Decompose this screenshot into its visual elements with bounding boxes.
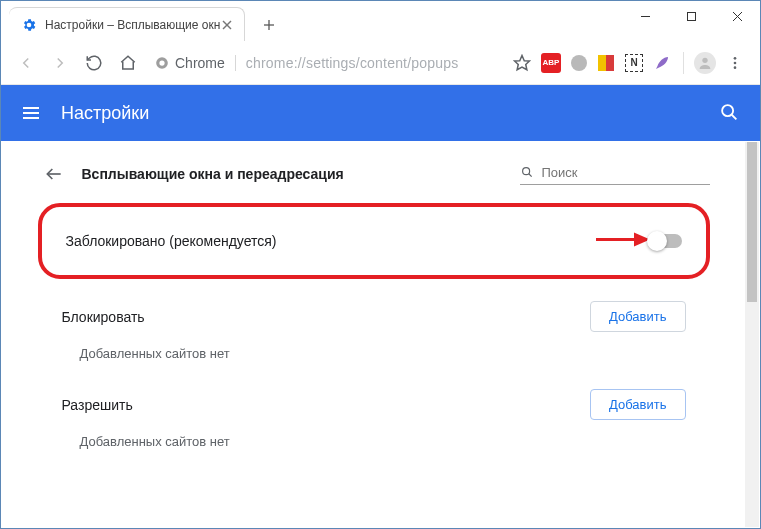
svg-point-9 (159, 60, 164, 65)
search-input[interactable] (542, 165, 710, 180)
allow-label: Разрешить (62, 397, 133, 413)
svg-line-19 (732, 115, 737, 120)
block-section: Блокировать Добавить Добавленных сайтов … (38, 297, 710, 385)
window-close-button[interactable] (714, 1, 760, 31)
profile-avatar[interactable] (694, 52, 716, 74)
maximize-button[interactable] (668, 1, 714, 31)
allow-section: Разрешить Добавить Добавленных сайтов не… (38, 385, 710, 473)
home-button[interactable] (113, 48, 143, 78)
search-icon (520, 164, 534, 180)
panel-title: Всплывающие окна и переадресация (82, 166, 502, 182)
highlight-annotation: Заблокировано (рекомендуется) (38, 203, 710, 279)
panel-header: Всплывающие окна и переадресация (38, 162, 710, 185)
window-titlebar: Настройки – Всплывающие окн (1, 1, 760, 41)
yandex-extension-icon[interactable] (597, 54, 615, 72)
svg-point-18 (722, 105, 733, 116)
svg-point-13 (734, 61, 737, 64)
browser-tab[interactable]: Настройки – Всплывающие окн (9, 7, 245, 41)
arrow-annotation (594, 229, 650, 254)
svg-point-11 (702, 57, 707, 62)
content-area: Всплывающие окна и переадресация Заблоки… (2, 142, 745, 527)
block-empty-text: Добавленных сайтов нет (62, 346, 686, 361)
block-label: Блокировать (62, 309, 145, 325)
settings-header: Настройки (1, 85, 760, 141)
address-bar[interactable]: Chrome chrome://settings/content/popups (147, 48, 503, 78)
extension-icon[interactable] (571, 55, 587, 71)
site-chip: Chrome (155, 55, 225, 71)
n-extension-icon[interactable]: N (625, 54, 643, 72)
url-text: chrome://settings/content/popups (246, 55, 459, 71)
divider (235, 55, 236, 71)
svg-rect-5 (687, 12, 695, 20)
back-arrow-icon[interactable] (44, 164, 64, 184)
menu-button[interactable] (720, 48, 750, 78)
header-search-icon[interactable] (718, 101, 742, 125)
svg-point-14 (734, 66, 737, 69)
svg-marker-10 (515, 55, 530, 69)
site-chip-label: Chrome (175, 55, 225, 71)
nav-forward-button[interactable] (45, 48, 75, 78)
divider (683, 52, 684, 74)
new-tab-button[interactable] (255, 11, 283, 39)
window-controls (622, 1, 760, 31)
reload-button[interactable] (79, 48, 109, 78)
allow-add-button[interactable]: Добавить (590, 389, 685, 420)
gear-icon (21, 17, 37, 33)
extensions: ABP N (541, 53, 673, 73)
settings-search[interactable] (520, 162, 710, 185)
svg-line-22 (528, 174, 531, 177)
block-add-button[interactable]: Добавить (590, 301, 685, 332)
close-icon[interactable] (220, 18, 234, 32)
browser-toolbar: Chrome chrome://settings/content/popups … (1, 41, 760, 85)
toggle-label: Заблокировано (рекомендуется) (66, 233, 648, 249)
svg-point-21 (522, 168, 529, 175)
minimize-button[interactable] (622, 1, 668, 31)
allow-empty-text: Добавленных сайтов нет (62, 434, 686, 449)
popup-toggle[interactable] (648, 234, 682, 248)
settings-title: Настройки (61, 103, 718, 124)
scrollbar-thumb[interactable] (747, 142, 757, 302)
nav-back-button[interactable] (11, 48, 41, 78)
settings-panel: Всплывающие окна и переадресация Заблоки… (24, 142, 724, 513)
scrollbar[interactable] (745, 142, 759, 527)
abp-extension-icon[interactable]: ABP (541, 53, 561, 73)
toggle-knob (647, 231, 667, 251)
star-icon[interactable] (507, 48, 537, 78)
tab-title: Настройки – Всплывающие окн (45, 18, 220, 32)
svg-point-12 (734, 57, 737, 60)
feather-extension-icon[interactable] (653, 54, 671, 72)
hamburger-icon[interactable] (19, 101, 43, 125)
